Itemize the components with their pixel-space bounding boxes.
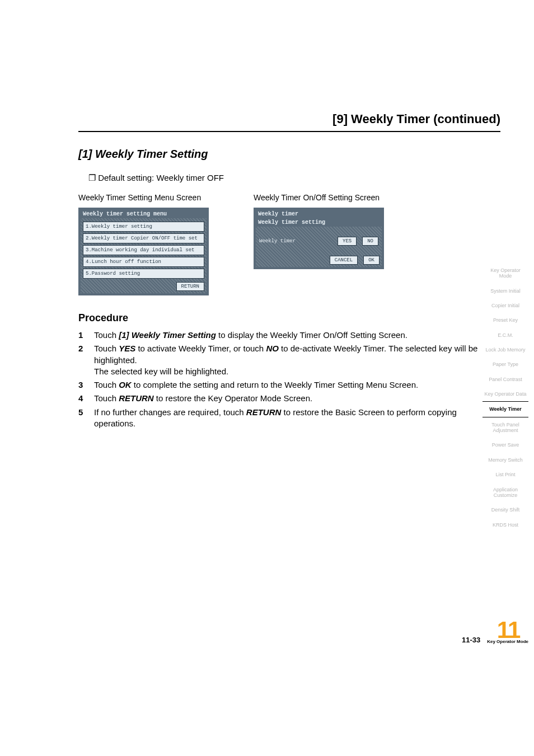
- chapter-label: Key Operator Mode: [487, 640, 528, 644]
- subsection-title: [1] Weekly Timer Setting: [78, 148, 500, 161]
- screen1-menu-item[interactable]: 2.Weekly timer Copier ON/OFF time set: [83, 233, 204, 243]
- screen2-yes-button[interactable]: YES: [338, 237, 357, 246]
- sidebar-item[interactable]: Memory Switch: [483, 453, 528, 467]
- sidebar-item-active[interactable]: Weekly Timer: [483, 401, 528, 417]
- screen2-lcd: Weekly timer Weekly timer setting Weekly…: [254, 208, 384, 269]
- screen2-no-button[interactable]: NO: [362, 237, 378, 246]
- sidebar-item[interactable]: Power Save: [483, 438, 528, 452]
- section-header: [9] Weekly Timer (continued): [78, 112, 500, 132]
- sidebar-item[interactable]: Panel Contrast: [483, 372, 528, 387]
- procedure-step: Touch RETURN to restore the Key Operator…: [78, 393, 500, 404]
- procedure-step: Touch OK to complete the setting and ret…: [78, 379, 500, 391]
- sidebar-item[interactable]: System Initial: [483, 284, 528, 298]
- default-setting-text: Default setting: Weekly timer OFF: [88, 173, 500, 183]
- sidebar-item[interactable]: KRDS Host: [483, 518, 528, 532]
- screen1-lcd: Weekly timer setting menu 1.Weekly timer…: [78, 208, 209, 295]
- screen2-caption: Weekly Timer On/Off Setting Screen: [254, 193, 384, 202]
- chapter-number: 11: [487, 618, 528, 642]
- page-number: 11-33: [462, 636, 480, 644]
- sidebar-item[interactable]: Preset Key: [483, 313, 528, 327]
- sidebar-item[interactable]: Density Shift: [483, 503, 528, 517]
- screen1-return-button[interactable]: RETURN: [176, 282, 204, 291]
- sidebar-item[interactable]: Touch Panel Adjustment: [483, 417, 528, 438]
- screen2-row-label: Weekly timer: [259, 238, 332, 244]
- screen1-menu-item[interactable]: 3.Machine working day individual set: [83, 245, 204, 255]
- screen2-title-line2: Weekly timer setting: [256, 218, 382, 227]
- chapter-badge: 11 Key Operator Mode: [487, 618, 528, 644]
- screen1-menu-item[interactable]: 4.Lunch hour off function: [83, 257, 204, 267]
- screen1-title: Weekly timer setting menu: [81, 210, 207, 218]
- screen2-cancel-button[interactable]: CANCEL: [330, 256, 358, 265]
- screen1-menu-item[interactable]: 1.Weekly timer setting: [83, 222, 204, 232]
- sidebar-item[interactable]: Application Customize: [483, 482, 528, 503]
- sidebar-item[interactable]: List Print: [483, 467, 528, 482]
- sidebar-item[interactable]: Copier Initial: [483, 298, 528, 313]
- step1-rest: to display the Weekly Timer On/Off Setti…: [216, 330, 407, 340]
- screen1-caption: Weekly Timer Setting Menu Screen: [78, 193, 209, 202]
- procedure-step: If no further changes are required, touc…: [78, 407, 500, 430]
- procedure-step: Touch YES to activate Weekly Timer, or t…: [78, 343, 500, 377]
- screen2-ok-button[interactable]: OK: [363, 256, 380, 265]
- sidebar-item[interactable]: Paper Type: [483, 357, 528, 372]
- sidebar-nav: Key Operator Mode System Initial Copier …: [483, 263, 528, 532]
- sidebar-item[interactable]: E.C.M.: [483, 328, 528, 342]
- procedure-heading: Procedure: [78, 312, 500, 324]
- procedure-step: Touch [1] Weekly Timer Setting to displa…: [78, 330, 500, 341]
- screen1-menu-item[interactable]: 5.Password setting: [83, 269, 204, 279]
- procedure-steps: Touch [1] Weekly Timer Setting to displa…: [78, 330, 500, 429]
- sidebar-item[interactable]: Lock Job Memory: [483, 342, 528, 357]
- sidebar-item[interactable]: Key Operator Data: [483, 387, 528, 401]
- sidebar-item[interactable]: Key Operator Mode: [483, 263, 528, 284]
- screen2-title-line1: Weekly timer: [256, 210, 382, 218]
- step1-key: [1] Weekly Timer Setting: [119, 330, 216, 340]
